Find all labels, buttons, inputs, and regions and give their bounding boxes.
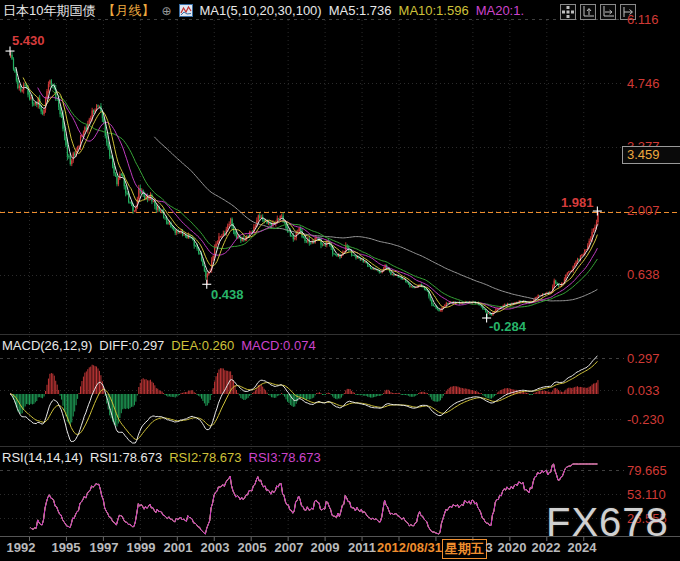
price-tick-6116: 6.116 (627, 12, 659, 27)
rsi2-value: RSI2:78.673 (169, 450, 241, 465)
year-label-2001: 2001 (164, 540, 193, 555)
year-label-2009: 2009 (311, 540, 340, 555)
year-label-1992: 1992 (7, 540, 36, 555)
high-annotation: 5.430 (12, 33, 45, 48)
period-label[interactable]: 【月线】 (102, 2, 154, 20)
year-label-2005: 2005 (238, 540, 267, 555)
crosshair-price-box: 3.459 (622, 146, 680, 164)
year-label-1999: 1999 (127, 540, 156, 555)
macd-tick-mid: 0.033 (627, 383, 660, 398)
year-label-2003: 2003 (201, 540, 230, 555)
low-2003-annotation: 0.438 (211, 287, 244, 302)
macd-dea-value: DEA:0.260 (171, 338, 234, 353)
macd-tick-bot: -0.230 (627, 412, 664, 427)
pan-button[interactable] (560, 4, 576, 20)
chart-type-icon[interactable] (179, 4, 193, 17)
price-tick-4746: 4.746 (627, 76, 660, 91)
ma10-value: MA10:1.596 (399, 3, 469, 18)
rsi-title: RSI(14,14,14) (2, 450, 83, 465)
year-label-1997: 1997 (90, 540, 119, 555)
year-label-2011: 2011 (348, 540, 376, 555)
crosshair-weekday-label: 星期五 (442, 539, 487, 559)
scale-y-button[interactable] (580, 4, 596, 20)
year-label-2020: 2020 (498, 540, 527, 555)
crosshair-date-label: 2012/08/31 (377, 540, 442, 555)
chart-toolbar (560, 4, 636, 20)
macd-macd-value: MACD:0.074 (241, 338, 315, 353)
charting-app: 日本10年期国债 【月线】 ⊕ MA1(5,10,20,30,100) MA5:… (0, 0, 680, 561)
axis-up-icon (582, 6, 594, 18)
macd-tick-top: 0.297 (627, 351, 660, 366)
ma-settings-label: MA1(5,10,20,30,100) (200, 3, 322, 18)
price-chart-canvas[interactable] (0, 0, 680, 561)
rsi-tick-top: 79.665 (627, 463, 667, 478)
macd-header: MACD(26,12,9) DIFF:0.297 DEA:0.260 MACD:… (2, 337, 316, 353)
chart-header: 日本10年期国债 【月线】 ⊕ MA1(5,10,20,30,100) MA5:… (3, 2, 524, 19)
low-2019-annotation: -0.284 (489, 319, 526, 334)
last-price-annotation: 1.981 (561, 195, 594, 210)
symbol-title: 日本10年期国债 (3, 2, 95, 20)
scale-x-button[interactable] (600, 4, 616, 20)
fx678-watermark: FX678 (546, 500, 669, 545)
rsi-header: RSI(14,14,14) RSI1:78.673 RSI2:78.673 RS… (2, 449, 321, 465)
axis-right-icon (602, 6, 614, 18)
price-tick-0638: 0.638 (627, 267, 660, 282)
collapse-icon[interactable]: ⊕ (161, 4, 171, 18)
macd-diff-value: DIFF:0.297 (99, 338, 164, 353)
pan-icon (562, 6, 574, 18)
rsi3-value: RSI3:78.673 (249, 450, 321, 465)
year-label-2007: 2007 (275, 540, 304, 555)
price-tick-2007: 2.007 (627, 203, 660, 218)
macd-title: MACD(26,12,9) (2, 338, 92, 353)
ma5-value: MA5:1.736 (329, 3, 392, 18)
year-label-1995: 1995 (52, 540, 81, 555)
year-label-partial: 3 (485, 540, 492, 555)
rsi1-value: RSI1:78.673 (90, 450, 162, 465)
ma20-value: MA20:1. (476, 3, 524, 18)
